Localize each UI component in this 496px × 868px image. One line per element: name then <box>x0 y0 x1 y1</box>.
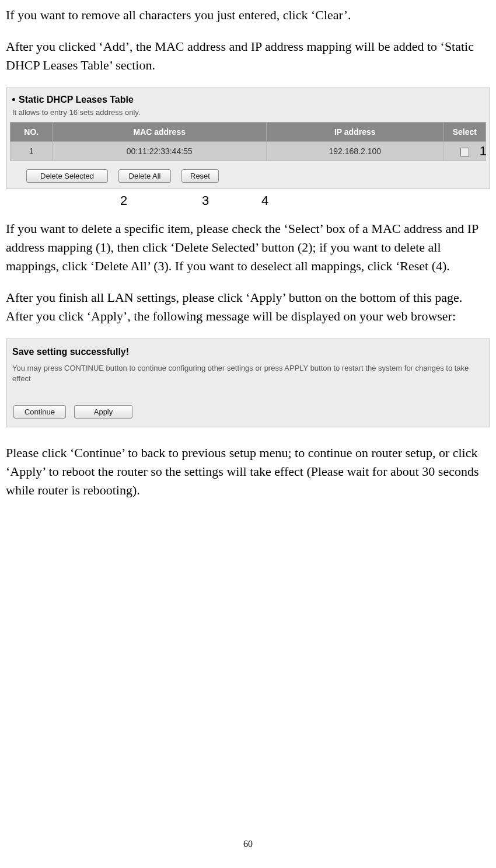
save-panel: Save setting successfully! You may press… <box>6 339 490 428</box>
bullet-icon <box>12 98 15 101</box>
table-row: 1 00:11:22:33:44:55 192.168.2.100 1 <box>11 142 486 161</box>
paragraph-clear: If you want to remove all characters you… <box>6 6 490 25</box>
save-title: Save setting successfully! <box>12 345 484 358</box>
cell-mac: 00:11:22:33:44:55 <box>53 142 267 161</box>
select-checkbox[interactable] <box>460 148 469 156</box>
callout-2: 2 <box>120 191 127 210</box>
panel-subtitle: It allows to entry 16 sets address only. <box>10 107 486 122</box>
panel-title: Static DHCP Leases Table <box>19 93 134 106</box>
apply-button[interactable]: Apply <box>74 405 132 419</box>
cell-no: 1 <box>11 142 53 161</box>
reset-button[interactable]: Reset <box>181 169 219 183</box>
callout-4: 4 <box>261 191 268 210</box>
save-text: You may press CONTINUE button to continu… <box>12 363 484 384</box>
continue-button[interactable]: Continue <box>13 405 66 419</box>
static-dhcp-panel: Static DHCP Leases Table It allows to en… <box>6 88 490 190</box>
header-no: NO. <box>11 122 53 141</box>
callout-row: 2 3 4 <box>6 191 490 208</box>
callout-3: 3 <box>202 191 209 210</box>
leases-table: NO. MAC address IP address Select 1 00:1… <box>10 122 486 162</box>
paragraph-add: After you clicked ‘Add’, the MAC address… <box>6 37 490 75</box>
header-mac: MAC address <box>53 122 267 141</box>
paragraph-apply: After you finish all LAN settings, pleas… <box>6 288 490 326</box>
paragraph-delete: If you want to delete a specific item, p… <box>6 219 490 276</box>
cell-ip: 192.168.2.100 <box>266 142 443 161</box>
delete-all-button[interactable]: Delete All <box>118 169 171 183</box>
cell-select: 1 <box>443 142 486 161</box>
header-select: Select <box>443 122 486 141</box>
paragraph-continue: Please click ‘Continue’ to back to previ… <box>6 444 490 500</box>
header-ip: IP address <box>266 122 443 141</box>
delete-selected-button[interactable]: Delete Selected <box>26 169 108 183</box>
page-number: 60 <box>6 837 490 850</box>
callout-1: 1 <box>480 142 487 161</box>
